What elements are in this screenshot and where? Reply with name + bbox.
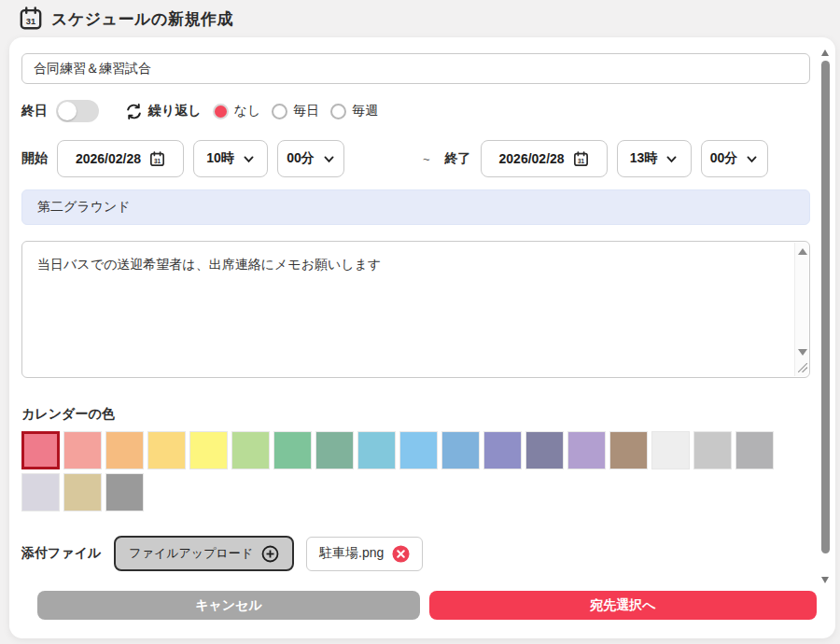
attachment-row: 添付ファイル ファイルアップロード 駐車場.png	[21, 536, 835, 571]
start-date-input[interactable]: 2026/02/28 31	[57, 140, 184, 177]
start-minute-value: 00分	[287, 150, 315, 167]
scrollbar-thumb[interactable]	[821, 61, 830, 553]
color-swatch-3[interactable]	[105, 431, 144, 469]
schedule-title-input[interactable]	[21, 53, 810, 84]
memo-textarea[interactable]: 当日バスでの送迎希望者は、出席連絡にメモお願いします	[21, 241, 810, 378]
location-value: 第二グラウンド	[37, 199, 131, 216]
color-swatch-8[interactable]	[315, 431, 354, 469]
repeat-label: 繰り返し	[148, 103, 202, 119]
calendar-icon: 31	[19, 7, 43, 31]
calendar-icon: 31	[573, 151, 589, 167]
scroll-down-icon[interactable]	[798, 349, 807, 356]
submit-button[interactable]: 宛先選択へ	[429, 591, 817, 620]
repeat-option-label: 毎日	[293, 103, 319, 119]
end-date-input[interactable]: 2026/02/28 31	[481, 140, 608, 177]
start-hour-select[interactable]: 10時	[193, 140, 268, 177]
resize-handle-icon[interactable]	[798, 360, 807, 375]
end-hour-value: 13時	[630, 150, 658, 167]
repeat-option-label: 毎週	[352, 103, 378, 119]
cancel-button[interactable]: キャンセル	[37, 591, 420, 620]
attachment-label: 添付ファイル	[21, 545, 101, 562]
scrollbar-down-icon[interactable]	[821, 577, 829, 583]
color-swatch-19[interactable]	[21, 473, 60, 511]
color-swatches	[21, 431, 777, 511]
chevron-down-icon	[665, 153, 678, 165]
color-swatch-2[interactable]	[63, 431, 102, 469]
end-hour-select[interactable]: 13時	[617, 140, 692, 177]
file-upload-button[interactable]: ファイルアップロード	[114, 536, 294, 571]
end-minute-value: 00分	[710, 150, 738, 167]
color-swatch-4[interactable]	[147, 431, 186, 469]
color-swatch-7[interactable]	[273, 431, 312, 469]
plus-circle-icon	[261, 545, 279, 563]
range-separator: ~	[423, 152, 430, 166]
color-swatch-13[interactable]	[525, 431, 564, 469]
end-date-value: 2026/02/28	[499, 151, 565, 166]
color-swatch-9[interactable]	[357, 431, 396, 469]
color-swatch-18[interactable]	[735, 431, 774, 469]
calendar-icon: 31	[149, 151, 165, 167]
repeat-radio-1[interactable]	[272, 104, 287, 119]
start-label: 開始	[21, 150, 48, 167]
color-swatch-5[interactable]	[189, 431, 228, 469]
flags-row: 終日 繰り返し なし 毎日 毎週	[21, 100, 835, 122]
repeat-option-none[interactable]: なし	[213, 103, 261, 119]
attached-file-chip: 駐車場.png	[306, 537, 423, 571]
color-swatch-11[interactable]	[441, 431, 480, 469]
chevron-down-icon	[243, 153, 255, 165]
chevron-down-icon	[323, 153, 335, 165]
schedule-form-modal: 終日 繰り返し なし 毎日 毎週 開始 2026/02/28 31 10時	[9, 37, 835, 638]
chevron-down-icon	[746, 153, 758, 165]
color-swatch-14[interactable]	[567, 431, 606, 469]
attached-file-name: 駐車場.png	[319, 545, 384, 562]
remove-file-button[interactable]	[392, 545, 410, 563]
repeat-option-weekly[interactable]: 毎週	[330, 103, 378, 119]
color-swatch-12[interactable]	[483, 431, 522, 469]
actions-row: キャンセル 宛先選択へ	[37, 591, 835, 620]
scroll-up-icon[interactable]	[798, 248, 807, 255]
color-swatch-6[interactable]	[231, 431, 270, 469]
repeat-option-daily[interactable]: 毎日	[272, 103, 319, 119]
end-minute-select[interactable]: 00分	[701, 140, 768, 177]
scrollbar-up-icon[interactable]	[821, 49, 829, 56]
page-header: 31 スケジュールの新規作成	[0, 0, 840, 29]
repeat-icon	[125, 103, 143, 120]
page-title: スケジュールの新規作成	[51, 8, 233, 30]
color-swatch-15[interactable]	[609, 431, 648, 469]
color-swatch-17[interactable]	[693, 431, 732, 469]
svg-text:31: 31	[154, 157, 161, 163]
all-day-label: 終日	[21, 103, 48, 119]
all-day-toggle[interactable]	[56, 100, 99, 122]
start-date-value: 2026/02/28	[76, 151, 141, 166]
color-section-label: カレンダーの色	[21, 406, 835, 423]
repeat-radio-0[interactable]	[213, 104, 229, 119]
color-swatch-21[interactable]	[105, 473, 144, 511]
color-swatch-1[interactable]	[21, 431, 60, 469]
memo-scrollbar[interactable]	[794, 243, 808, 376]
start-minute-select[interactable]: 00分	[277, 140, 344, 177]
svg-text:31: 31	[26, 17, 35, 26]
color-swatch-10[interactable]	[399, 431, 438, 469]
start-hour-value: 10時	[206, 150, 234, 167]
end-label: 終了	[445, 150, 471, 167]
upload-button-label: ファイルアップロード	[129, 545, 253, 562]
repeat-option-label: なし	[234, 103, 261, 119]
datetime-row: 開始 2026/02/28 31 10時 00分 ~ 終了 2026/02/28…	[21, 140, 835, 177]
toggle-knob	[58, 102, 77, 120]
modal-scrollbar[interactable]	[821, 49, 830, 583]
svg-text:31: 31	[578, 157, 585, 163]
memo-value: 当日バスでの送迎希望者は、出席連絡にメモお願いします	[22, 242, 809, 274]
location-input[interactable]: 第二グラウンド	[21, 189, 810, 225]
repeat-radio-2[interactable]	[330, 104, 346, 119]
color-swatch-16[interactable]	[651, 431, 690, 469]
color-swatch-20[interactable]	[63, 473, 102, 511]
